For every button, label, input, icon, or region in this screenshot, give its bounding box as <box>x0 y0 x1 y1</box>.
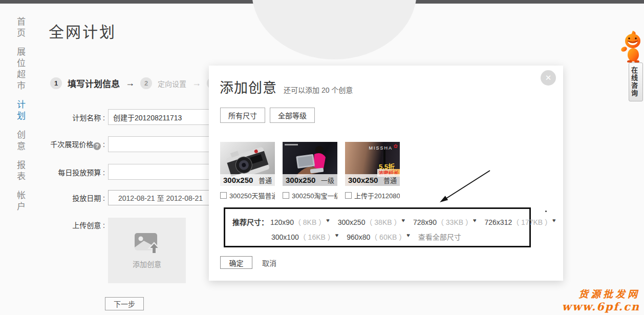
creative-checkbox[interactable] <box>345 192 352 199</box>
watermark-site-name: 货源批发网 <box>562 286 640 300</box>
sidebar-item-creative[interactable]: 创意 <box>14 130 27 153</box>
step-1-circle: 1 <box>50 77 62 89</box>
plan-name-label: 计划名称 : <box>46 112 105 122</box>
support-mascot-icon <box>617 30 644 62</box>
date-range-input[interactable]: 2012-08-21 至 2012-08-21 <box>108 190 213 205</box>
upload-creative-dropzone[interactable]: 添加创意 <box>108 218 186 283</box>
heart-icon: ♥ <box>335 232 339 238</box>
heart-icon: ♥ <box>326 217 330 223</box>
creative-checkbox-label: 上传于20120801 <box>354 191 400 200</box>
daily-budget-label: 每日投放预算 : <box>46 167 105 177</box>
recommended-size-item: 728x90（ 33KB ）♥ <box>413 218 477 226</box>
annotation-arrow <box>433 166 497 207</box>
creative-grade-badge: 普通 <box>259 175 272 185</box>
cpm-price-label-text: 千次展现价格 <box>50 140 93 149</box>
creative-checkbox-row: 300250淘宝一级 <box>283 191 337 200</box>
recommended-size-item: 726x312（ 177KB ）♥ <box>485 218 556 226</box>
sidebar-item-booth-market[interactable]: 展位超市 <box>14 47 27 92</box>
filter-all-grades-button[interactable]: 全部等级 <box>270 108 315 123</box>
recommended-size-item: 120x90（ 8KB ）♥ <box>270 218 330 226</box>
upload-creative-text: 添加创意 <box>133 259 161 269</box>
background-ellipse-decoration <box>252 0 417 59</box>
step-1-label: 填写计划信息 <box>68 77 120 90</box>
page-title: 全网计划 <box>49 19 116 42</box>
filter-all-sizes-button[interactable]: 所有尺寸 <box>220 108 265 123</box>
heart-icon: ♥ <box>552 217 556 223</box>
sidebar-item-plan[interactable]: 计划 <box>14 100 27 122</box>
creative-card: 300x250 一级 300250淘宝一级 <box>283 142 337 200</box>
modal-remaining-count: 还可以添加 20 个创意 <box>284 85 353 95</box>
close-icon[interactable]: ✕ <box>541 70 556 86</box>
online-support-tab[interactable]: 在线咨询 <box>629 62 643 101</box>
help-icon[interactable]: ? <box>93 142 101 150</box>
creative-size-label: 300x250 <box>286 176 315 184</box>
sidebar-item-account[interactable]: 帐户 <box>14 191 27 213</box>
creative-label-bar: 300x250 普通 <box>220 174 275 186</box>
add-creative-modal: ✕ 添加创意 还可以添加 20 个创意 所有尺寸 全部等级 300x250 普通 <box>209 66 563 281</box>
recommended-sizes-box: 推荐尺寸：120x90（ 8KB ）♥300x250（ 38KB ）♥728x9… <box>224 207 531 247</box>
creative-checkbox[interactable] <box>283 192 289 199</box>
creative-label-bar: 300x250 一级 <box>283 174 337 186</box>
recommended-sizes-line-2: 300x100（ 16KB ）♥960x80（ 60KB ）♥查看全部尺寸 <box>271 232 529 242</box>
date-range-label: 投放日期 : <box>46 193 105 203</box>
creative-thumbnail[interactable]: MISSHA ✿ 5.5折 浓密纤长 300x250 普通 <box>345 142 400 186</box>
sidebar: 首页 展位超市 计划 创意 报表 帐户 <box>14 17 27 213</box>
creative-thumbnail[interactable]: 300x250 普通 <box>220 142 275 186</box>
recommended-size-item: 300x100（ 16KB ）♥ <box>271 233 338 241</box>
upload-creative-row: 上传创意 : 添加创意 <box>46 218 186 283</box>
modal-header: 添加创意 还可以添加 20 个创意 <box>220 77 353 97</box>
creative-card: MISSHA ✿ 5.5折 浓密纤长 300x250 普通 上传于2012080… <box>345 142 400 200</box>
creative-checkbox-label: 300250天猫普通 <box>229 191 275 200</box>
creative-card: 300x250 普通 300250天猫普通 <box>220 142 275 200</box>
recommended-size-item: 960x80（ 60KB ）♥ <box>347 233 410 241</box>
upload-creative-label: 上传创意 : <box>46 220 105 283</box>
step-2-label: 定向设置 <box>158 78 186 89</box>
image-upload-icon <box>134 232 160 255</box>
confirm-button[interactable]: 确定 <box>220 256 252 269</box>
heart-icon: ♥ <box>406 232 410 238</box>
next-step-button[interactable]: 下一步 <box>105 297 144 310</box>
creative-checkbox-row: 上传于20120801 <box>345 191 400 200</box>
filter-bar: 所有尺寸 全部等级 <box>220 108 315 123</box>
date-range-row: 投放日期 : 2012-08-21 至 2012-08-21 <box>46 190 213 205</box>
creative-grade-badge: 一级 <box>321 175 334 185</box>
brand-logo-icon: ✿ <box>394 143 398 149</box>
heart-icon: ♥ <box>401 217 405 223</box>
heart-icon: ♥ <box>473 217 477 223</box>
creative-checkbox-row: 300250天猫普通 <box>220 191 275 200</box>
creative-checkbox-label: 300250淘宝一级 <box>292 191 337 200</box>
creative-size-label: 300x250 <box>223 176 253 184</box>
annotation-dot <box>545 211 547 212</box>
cpm-price-label: 千次展现价格? : <box>46 139 105 150</box>
step-arrow-icon: → <box>192 78 201 89</box>
creative-thumbnail[interactable]: 300x250 一级 <box>283 142 337 186</box>
view-all-sizes-link[interactable]: 查看全部尺寸 <box>418 233 461 241</box>
cpm-price-label-colon: : <box>101 140 105 149</box>
recommended-size-item: 300x250（ 38KB ）♥ <box>338 218 405 226</box>
watermark-site-url: www.6pf.cn <box>562 300 640 313</box>
step-2-circle: 2 <box>140 77 152 89</box>
modal-title: 添加创意 <box>220 77 277 97</box>
creative-grade-badge: 普通 <box>383 175 397 185</box>
modal-footer: 确定 取消 <box>220 256 276 269</box>
creative-list: 300x250 普通 300250天猫普通 300x250 一级 <box>220 142 400 200</box>
site-watermark: 货源批发网 www.6pf.cn <box>562 286 640 313</box>
online-support-widget: 在线咨询 <box>615 30 644 101</box>
recommended-sizes-label: 推荐尺寸： <box>232 218 268 226</box>
recommended-sizes-line-1: 推荐尺寸：120x90（ 8KB ）♥300x250（ 38KB ）♥728x9… <box>232 217 529 227</box>
step-indicator: 1 填写计划信息 → 2 定向设置 → 3 <box>50 77 219 90</box>
creative-label-bar: 300x250 普通 <box>345 174 400 186</box>
creative-checkbox[interactable] <box>220 192 227 199</box>
sidebar-item-home[interactable]: 首页 <box>14 17 27 39</box>
creative-size-label: 300x250 <box>348 176 378 184</box>
cancel-button[interactable]: 取消 <box>262 258 276 268</box>
sidebar-item-report[interactable]: 报表 <box>14 160 27 183</box>
brand-text: MISSHA <box>369 145 393 151</box>
step-arrow-icon: → <box>125 78 135 89</box>
